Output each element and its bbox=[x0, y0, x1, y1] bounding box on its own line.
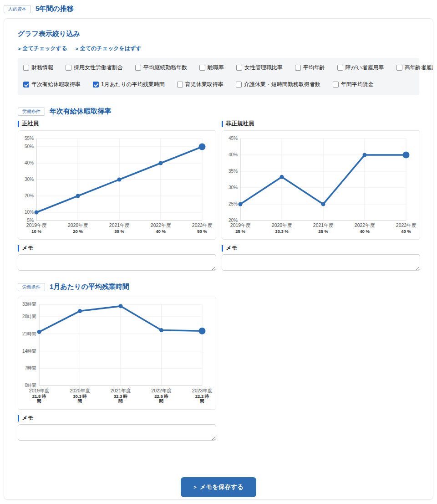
svg-text:2019年度: 2019年度 bbox=[230, 222, 251, 228]
chart-regular-employees: 5%10%20%30%40%50%55%2019年度10 %2020年度20 %… bbox=[18, 130, 216, 240]
svg-text:25 %: 25 % bbox=[318, 229, 328, 234]
checkbox-unchecked-icon[interactable] bbox=[396, 65, 402, 71]
checkbox-checked-icon[interactable] bbox=[93, 82, 99, 87]
checkbox-unchecked-icon[interactable] bbox=[23, 65, 29, 71]
svg-text:2022年度: 2022年度 bbox=[151, 222, 171, 228]
filter-checkbox[interactable]: 年間平均賃金 bbox=[333, 81, 374, 88]
checkbox-label: 育児休業取得率 bbox=[185, 81, 224, 88]
checkbox-label: 年間平均賃金 bbox=[341, 81, 374, 88]
svg-text:10 %: 10 % bbox=[31, 229, 41, 234]
filter-checkbox[interactable]: 育児休業取得率 bbox=[177, 81, 224, 88]
human-capital-badge: 人的資本 bbox=[4, 5, 31, 13]
checkbox-unchecked-icon[interactable] bbox=[177, 82, 183, 87]
save-memo-label: メモを保存する bbox=[200, 483, 244, 491]
chevron-right-icon: > bbox=[75, 46, 78, 51]
section-header: 労働条件 年次有給休暇取得率 bbox=[18, 107, 419, 116]
svg-text:28時間: 28時間 bbox=[22, 314, 36, 319]
checkbox-checked-icon[interactable] bbox=[23, 82, 29, 87]
checkbox-label: 1月あたりの平均残業時間 bbox=[101, 81, 165, 88]
filter-checkbox[interactable]: 障がい者雇用率 bbox=[337, 64, 384, 72]
checkbox-label: 障がい者雇用率 bbox=[346, 64, 384, 72]
svg-text:2023年度: 2023年度 bbox=[192, 388, 213, 393]
filter-checkbox[interactable]: 平均継続勤務年数 bbox=[135, 64, 187, 72]
memo-textarea[interactable] bbox=[18, 254, 216, 271]
checkbox-unchecked-icon[interactable] bbox=[66, 65, 71, 71]
svg-text:7時間: 7時間 bbox=[25, 365, 36, 370]
filter-checkbox[interactable]: 平均年齢 bbox=[295, 64, 325, 72]
checkbox-label: 採用女性労働者割合 bbox=[74, 64, 123, 72]
svg-text:2022年度: 2022年度 bbox=[355, 222, 375, 228]
line-chart-svg: 0時間7時間14時間21時間28時間33時間2019年度21.8 時間2020年… bbox=[18, 297, 216, 409]
section-paid-leave: 労働条件 年次有給休暇取得率 正社員 5%10%20%30%40%50%55%2… bbox=[18, 107, 419, 271]
section-overtime: 労働条件 1月あたりの平均残業時間 0時間7時間14時間21時間28時間33時間… bbox=[18, 283, 419, 441]
memo-textarea[interactable] bbox=[222, 254, 420, 271]
svg-text:40 %: 40 % bbox=[156, 229, 166, 234]
filter-title: グラフ表示絞り込み bbox=[18, 30, 419, 38]
filter-checkbox[interactable]: 介護休業・短時間勤務取得者数 bbox=[236, 81, 320, 88]
button-row: > メモを保存する bbox=[18, 477, 419, 497]
uncheck-all-label: 全てのチェックをはずす bbox=[80, 45, 142, 52]
uncheck-all-link[interactable]: > 全てのチェックをはずす bbox=[75, 45, 141, 52]
filter-checkbox[interactable]: 女性管理職比率 bbox=[236, 64, 283, 72]
checkbox-row: 財務情報採用女性労働者割合平均継続勤務年数離職率女性管理職比率平均年齢障がい者雇… bbox=[23, 64, 414, 72]
page-title: 5年間の推移 bbox=[36, 5, 74, 13]
checkbox-unchecked-icon[interactable] bbox=[295, 65, 301, 71]
svg-text:間: 間 bbox=[118, 398, 123, 403]
svg-text:2020年度: 2020年度 bbox=[70, 388, 90, 393]
svg-text:40 %: 40 % bbox=[360, 229, 370, 234]
section-title: 年次有給休暇取得率 bbox=[50, 107, 111, 116]
memo-textarea[interactable] bbox=[18, 424, 216, 441]
svg-text:間: 間 bbox=[78, 398, 82, 403]
checkbox-label: 女性管理職比率 bbox=[244, 64, 283, 72]
checkbox-label: 平均継続勤務年数 bbox=[143, 64, 187, 72]
filter-checkbox[interactable]: 財務情報 bbox=[23, 64, 53, 72]
checkbox-unchecked-icon[interactable] bbox=[236, 65, 242, 71]
checkbox-label: 財務情報 bbox=[31, 64, 53, 72]
svg-text:30%: 30% bbox=[25, 177, 34, 182]
filter-checkbox[interactable]: 採用女性労働者割合 bbox=[66, 64, 123, 72]
check-all-link[interactable]: > 全てチェックする bbox=[18, 45, 67, 52]
checkbox-unchecked-icon[interactable] bbox=[135, 65, 141, 71]
chevron-right-icon: > bbox=[193, 484, 196, 490]
svg-text:2022年度: 2022年度 bbox=[151, 388, 172, 393]
chart-subtitle: 非正規社員 bbox=[222, 120, 420, 128]
svg-text:2020年度: 2020年度 bbox=[68, 222, 88, 228]
filter-checkbox[interactable]: 年次有給休暇取得率 bbox=[23, 81, 81, 88]
filter-checkbox[interactable]: 1月あたりの平均残業時間 bbox=[93, 81, 165, 88]
save-memo-button[interactable]: > メモを保存する bbox=[181, 477, 256, 497]
line-chart-svg: 20%25%30%35%40%45%2019年度25 %2020年度33.3 %… bbox=[222, 131, 420, 239]
svg-text:0時間: 0時間 bbox=[25, 383, 36, 388]
svg-text:14時間: 14時間 bbox=[22, 349, 36, 354]
svg-text:2020年度: 2020年度 bbox=[272, 222, 292, 228]
section-title: 1月あたりの平均残業時間 bbox=[50, 283, 129, 291]
checkbox-unchecked-icon[interactable] bbox=[333, 82, 339, 87]
filter-checkbox[interactable]: 離職率 bbox=[199, 64, 224, 72]
svg-text:10%: 10% bbox=[25, 210, 34, 215]
main-card: グラフ表示絞り込み > 全てチェックする > 全てのチェックをはずす 財務情報採… bbox=[4, 18, 433, 500]
checkbox-label: 離職率 bbox=[208, 64, 224, 72]
svg-text:30%: 30% bbox=[229, 185, 238, 190]
svg-text:55%: 55% bbox=[25, 136, 34, 141]
blue-bar-icon bbox=[18, 415, 19, 422]
filter-checkbox[interactable]: 高年齢者雇用率 bbox=[396, 64, 433, 72]
graph-filter-section: グラフ表示絞り込み > 全てチェックする > 全てのチェックをはずす 財務情報採… bbox=[18, 30, 419, 95]
checkbox-label: 年次有給休暇取得率 bbox=[31, 81, 81, 88]
checkbox-unchecked-icon[interactable] bbox=[236, 82, 242, 87]
svg-text:40 %: 40 % bbox=[401, 229, 411, 234]
checkbox-unchecked-icon[interactable] bbox=[337, 65, 343, 71]
blue-bar-icon bbox=[222, 245, 223, 252]
checkbox-unchecked-icon[interactable] bbox=[199, 65, 205, 71]
svg-text:20%: 20% bbox=[25, 193, 34, 198]
svg-text:2019年度: 2019年度 bbox=[26, 222, 47, 228]
svg-text:40%: 40% bbox=[25, 160, 34, 165]
filter-links: > 全てチェックする > 全てのチェックをはずす bbox=[18, 45, 419, 52]
page-header: 人的資本 5年間の推移 bbox=[0, 0, 437, 14]
working-conditions-badge: 労働条件 bbox=[18, 283, 45, 291]
checkbox-row: 年次有給休暇取得率1月あたりの平均残業時間育児休業取得率介護休業・短時間勤務取得… bbox=[23, 81, 414, 88]
svg-text:30 %: 30 % bbox=[114, 229, 124, 234]
svg-text:間: 間 bbox=[159, 398, 164, 403]
chevron-right-icon: > bbox=[18, 46, 20, 51]
blue-bar-icon bbox=[18, 121, 19, 127]
svg-text:2021年度: 2021年度 bbox=[313, 222, 334, 228]
checkbox-label: 高年齢者雇用率 bbox=[405, 64, 433, 72]
